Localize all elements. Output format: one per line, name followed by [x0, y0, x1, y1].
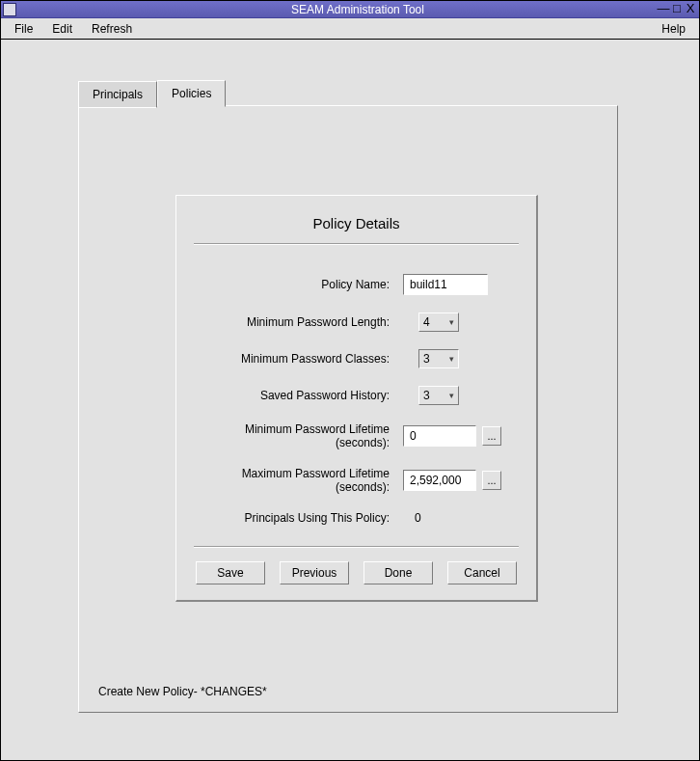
client-area: Principals Policies Policy Details Polic…: [1, 40, 699, 760]
policy-name-input[interactable]: [403, 274, 488, 295]
min-classes-spinner[interactable]: 3 ▾: [418, 349, 459, 368]
menu-edit[interactable]: Edit: [42, 20, 82, 38]
min-classes-label: Minimum Password Classes:: [194, 352, 403, 366]
policy-details-card: Policy Details Policy Name: Minimum Pass…: [175, 195, 538, 602]
tabstrip: Principals Policies: [78, 80, 226, 107]
chevron-down-icon: ▾: [449, 392, 454, 400]
button-row: Save Previous Done Cancel: [194, 561, 519, 584]
menubar: File Edit Refresh Help: [1, 18, 699, 40]
close-icon[interactable]: X: [684, 2, 697, 15]
using-value: 0: [403, 511, 421, 525]
row-min-classes: Minimum Password Classes: 3 ▾: [194, 349, 519, 368]
divider-bottom: [194, 546, 519, 548]
min-lifetime-browse-button[interactable]: ...: [482, 426, 501, 446]
history-label: Saved Password History:: [194, 389, 403, 402]
system-menu-icon[interactable]: [3, 3, 16, 16]
previous-button[interactable]: Previous: [280, 561, 349, 584]
tab-panel-policies: Policy Details Policy Name: Minimum Pass…: [78, 105, 618, 713]
min-lifetime-input[interactable]: [403, 425, 476, 447]
max-lifetime-label: Maximum Password Lifetime (seconds):: [194, 467, 403, 494]
save-button[interactable]: Save: [196, 561, 265, 584]
minimize-icon[interactable]: —: [657, 2, 670, 15]
done-button[interactable]: Done: [363, 561, 433, 584]
row-policy-name: Policy Name:: [194, 274, 519, 295]
row-min-lifetime: Minimum Password Lifetime (seconds): ...: [194, 422, 519, 449]
menu-help[interactable]: Help: [652, 20, 695, 38]
max-lifetime-input[interactable]: [403, 470, 476, 491]
cancel-button[interactable]: Cancel: [447, 561, 517, 584]
seam-window: SEAM Administration Tool — □ X File Edit…: [0, 0, 700, 761]
row-using: Principals Using This Policy: 0: [194, 511, 519, 525]
menu-refresh[interactable]: Refresh: [82, 20, 142, 38]
window-controls: — □ X: [657, 2, 697, 15]
policy-name-label: Policy Name:: [194, 278, 403, 291]
menu-file[interactable]: File: [5, 20, 42, 38]
row-history: Saved Password History: 3 ▾: [194, 386, 519, 405]
min-length-spinner[interactable]: 4 ▾: [418, 313, 459, 332]
titlebar: SEAM Administration Tool — □ X: [1, 1, 699, 18]
tab-policies[interactable]: Policies: [157, 80, 226, 107]
min-classes-value: 3: [423, 352, 430, 366]
chevron-down-icon: ▾: [449, 355, 454, 364]
policy-details-title: Policy Details: [194, 215, 519, 231]
min-lifetime-label: Minimum Password Lifetime (seconds):: [194, 422, 403, 449]
window-title: SEAM Administration Tool: [16, 3, 699, 16]
min-length-label: Minimum Password Length:: [194, 315, 403, 329]
max-lifetime-browse-button[interactable]: ...: [482, 471, 501, 490]
using-label: Principals Using This Policy:: [194, 511, 403, 525]
min-length-value: 4: [423, 315, 430, 329]
chevron-down-icon: ▾: [449, 318, 454, 327]
history-spinner[interactable]: 3 ▾: [418, 386, 459, 405]
divider-top: [194, 243, 519, 245]
tab-principals[interactable]: Principals: [78, 81, 157, 108]
history-value: 3: [423, 389, 430, 402]
maximize-icon[interactable]: □: [670, 2, 684, 15]
row-max-lifetime: Maximum Password Lifetime (seconds): ...: [194, 467, 519, 494]
status-text: Create New Policy- *CHANGES*: [98, 685, 267, 698]
row-min-length: Minimum Password Length: 4 ▾: [194, 313, 519, 332]
